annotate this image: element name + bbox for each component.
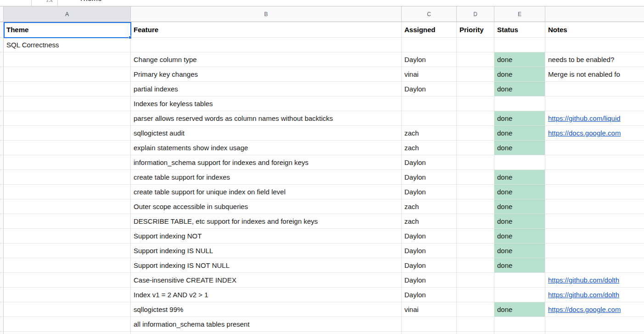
cell-theme[interactable] — [4, 96, 131, 111]
cell-theme[interactable] — [4, 214, 131, 229]
cell-feature[interactable]: Primary key changes — [131, 67, 402, 82]
cell-feature[interactable]: parser allows reserved words as column n… — [131, 111, 402, 126]
cell-status[interactable]: done — [494, 199, 545, 214]
cell-assigned[interactable]: Daylon — [402, 52, 457, 67]
cell-assigned[interactable]: zach — [402, 199, 457, 214]
cell-priority[interactable] — [457, 38, 494, 52]
cell-priority[interactable] — [457, 199, 494, 214]
cell-theme[interactable] — [4, 317, 131, 332]
cell-notes[interactable] — [545, 332, 644, 334]
cell-status[interactable] — [494, 96, 545, 111]
cell-status[interactable]: done — [494, 170, 545, 185]
cell-feature[interactable]: sqllogictest audit — [131, 126, 402, 141]
cell-assigned[interactable]: zach — [402, 214, 457, 229]
cell-priority[interactable] — [457, 155, 494, 170]
cell-assigned[interactable]: zach — [402, 141, 457, 155]
cell-feature[interactable]: Index v1 = 2 AND v2 > 1 — [131, 288, 402, 302]
cell-assigned[interactable]: vinai — [402, 67, 457, 82]
cell-feature[interactable]: explain statements show index usage — [131, 141, 402, 155]
cell-assigned-header[interactable]: Assigned — [402, 22, 457, 38]
cell-priority[interactable] — [457, 170, 494, 185]
cell-priority[interactable] — [457, 185, 494, 199]
column-header-c[interactable]: C — [402, 6, 457, 22]
cell-notes[interactable] — [545, 258, 644, 273]
cell-priority[interactable] — [457, 214, 494, 229]
cell-theme[interactable] — [4, 332, 131, 334]
cell-feature[interactable]: Case-insensitive CREATE INDEX — [131, 273, 402, 288]
cell-feature[interactable]: Indexes for keyless tables — [131, 96, 402, 111]
cell-notes[interactable] — [545, 243, 644, 258]
cell-assigned[interactable]: vinai — [402, 302, 457, 317]
cell-theme[interactable] — [4, 111, 131, 126]
cell-assigned[interactable]: zach — [402, 126, 457, 141]
cell-feature[interactable]: Outer scope accessible in subqueries — [131, 199, 402, 214]
formula-bar-value[interactable]: Theme — [79, 0, 102, 3]
cell-priority[interactable] — [457, 111, 494, 126]
cell-notes[interactable] — [545, 141, 644, 155]
cell-notes[interactable] — [545, 317, 644, 332]
cell-theme[interactable] — [4, 82, 131, 96]
cell-notes[interactable] — [545, 38, 644, 52]
cell-feature[interactable]: Support indexing IS NOT NULL — [131, 258, 402, 273]
cell-theme[interactable] — [4, 67, 131, 82]
cell-status[interactable] — [494, 273, 545, 288]
cell-feature[interactable]: Support indexing IS NULL — [131, 243, 402, 258]
cell-theme[interactable] — [4, 185, 131, 199]
cell-feature[interactable]: create table support for unique index on… — [131, 185, 402, 199]
cell-assigned[interactable] — [402, 332, 457, 334]
column-header-f[interactable] — [545, 6, 644, 22]
cell-status[interactable]: done — [494, 229, 545, 243]
cell-priority[interactable] — [457, 288, 494, 302]
cell-assigned[interactable] — [402, 317, 457, 332]
cell-theme[interactable] — [4, 155, 131, 170]
cell-theme[interactable] — [4, 170, 131, 185]
cell-feature[interactable]: information_schema support for indexes a… — [131, 155, 402, 170]
cell-assigned[interactable]: Daylon — [402, 243, 457, 258]
cell-notes[interactable]: Merge is not enabled fo — [545, 67, 644, 82]
cell-notes[interactable]: https://github.com/dolth — [545, 288, 644, 302]
cell-feature[interactable]: DESCRIBE TABLE, etc support for indexes … — [131, 214, 402, 229]
cell-priority[interactable] — [457, 258, 494, 273]
cell-status[interactable]: done — [494, 111, 545, 126]
cell-feature-header[interactable]: Feature — [131, 22, 402, 38]
cell-status[interactable] — [494, 288, 545, 302]
cell-priority[interactable] — [457, 52, 494, 67]
cell-theme[interactable] — [4, 229, 131, 243]
cell-status[interactable]: done — [494, 302, 545, 317]
column-header-a[interactable]: A — [4, 6, 131, 22]
cell-theme[interactable] — [4, 288, 131, 302]
cell-theme[interactable] — [4, 302, 131, 317]
cell-priority[interactable] — [457, 229, 494, 243]
cell-status[interactable] — [494, 332, 545, 334]
cell-feature[interactable]: all information_schema tables present — [131, 317, 402, 332]
cell-feature[interactable]: Change column type — [131, 52, 402, 67]
cell-priority[interactable] — [457, 82, 494, 96]
cell-status[interactable] — [494, 38, 545, 52]
cell-theme[interactable] — [4, 199, 131, 214]
cell-notes[interactable] — [545, 214, 644, 229]
cell-assigned[interactable]: Daylon — [402, 288, 457, 302]
cell-priority[interactable] — [457, 126, 494, 141]
column-header-b[interactable]: B — [131, 6, 402, 22]
cell-notes[interactable]: https://docs.google.com — [545, 302, 644, 317]
cell-notes[interactable] — [545, 170, 644, 185]
cell-priority[interactable] — [457, 302, 494, 317]
cell-status[interactable]: done — [494, 126, 545, 141]
cell-status[interactable] — [494, 155, 545, 170]
cell-assigned[interactable]: Daylon — [402, 170, 457, 185]
cell-priority[interactable] — [457, 332, 494, 334]
cell-theme[interactable] — [4, 243, 131, 258]
cell-priority[interactable] — [457, 141, 494, 155]
cell-status[interactable]: done — [494, 258, 545, 273]
cell-theme-header[interactable]: Theme — [4, 22, 131, 38]
cell-feature[interactable]: partial indexes — [131, 82, 402, 96]
cell-assigned[interactable]: Daylon — [402, 258, 457, 273]
cell-status[interactable]: done — [494, 243, 545, 258]
cell-status[interactable] — [494, 317, 545, 332]
cell-notes[interactable]: https://github.com/dolth — [545, 273, 644, 288]
cell-assigned[interactable]: Daylon — [402, 155, 457, 170]
cell-status[interactable]: done — [494, 141, 545, 155]
cell-assigned[interactable] — [402, 38, 457, 52]
cell-assigned[interactable] — [402, 111, 457, 126]
column-header-e[interactable]: E — [494, 6, 545, 22]
